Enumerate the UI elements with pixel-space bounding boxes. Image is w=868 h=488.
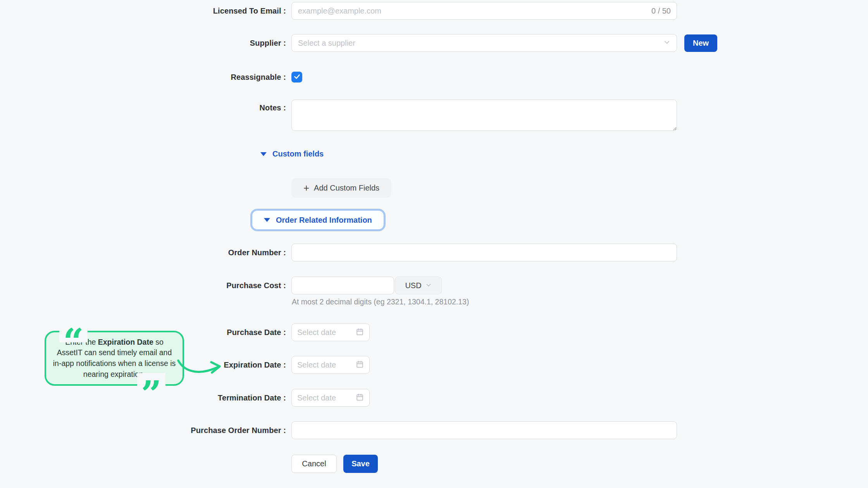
order-related-information-toggle[interactable]: Order Related Information [250, 209, 386, 231]
purchase-cost-input[interactable] [291, 277, 394, 294]
purchase-order-number-label: Purchase Order Number : [0, 426, 286, 435]
supplier-label: Supplier : [0, 39, 286, 48]
purchase-order-number-row: Purchase Order Number : [0, 421, 868, 439]
checkmark-icon [293, 73, 301, 82]
currency-value: USD [405, 281, 421, 290]
cancel-button[interactable]: Cancel [291, 455, 337, 473]
termination-date-placeholder: Select date [297, 393, 336, 402]
order-related-information-label: Order Related Information [276, 216, 372, 225]
closing-quote-icon: ” [137, 373, 165, 395]
purchase-cost-helper-text: At most 2 decimal digits (eg 2321, 1304.… [292, 297, 469, 306]
calendar-icon [356, 360, 364, 370]
plus-icon: + [303, 183, 309, 193]
reassignable-checkbox[interactable] [291, 72, 302, 82]
expiration-date-placeholder: Select date [297, 361, 336, 369]
supplier-select-placeholder: Select a supplier [298, 39, 355, 48]
notes-label: Notes : [0, 100, 286, 112]
order-number-row: Order Number : [0, 244, 868, 261]
chevron-down-icon [425, 281, 432, 290]
callout-arrow-icon [175, 351, 227, 378]
new-supplier-button[interactable]: New [684, 34, 717, 52]
add-custom-fields-button[interactable]: + Add Custom Fields [291, 178, 391, 198]
reassignable-label: Reassignable : [0, 73, 286, 82]
caret-down-icon [260, 152, 267, 156]
custom-fields-toggle-label: Custom fields [272, 149, 324, 158]
purchase-cost-row: Purchase Cost : USD [0, 277, 868, 294]
order-number-label: Order Number : [0, 248, 286, 257]
save-button[interactable]: Save [343, 455, 378, 473]
order-number-input[interactable] [291, 244, 677, 261]
purchase-cost-label: Purchase Cost : [0, 281, 286, 290]
custom-fields-toggle[interactable]: Custom fields [260, 149, 324, 158]
notes-row: Notes : [0, 100, 868, 131]
currency-select[interactable]: USD [395, 277, 442, 294]
reassignable-row: Reassignable : [0, 68, 868, 86]
chevron-down-icon [663, 39, 670, 47]
expiration-date-picker[interactable]: Select date [291, 356, 370, 374]
add-custom-fields-label: Add Custom Fields [314, 184, 379, 192]
purchase-date-picker[interactable]: Select date [291, 323, 370, 341]
form-actions: Cancel Save [291, 455, 378, 473]
purchase-date-placeholder: Select date [297, 328, 336, 337]
license-form-page: Licensed To Email : 0 / 50 Supplier : Se… [0, 0, 868, 488]
char-counter: 0 / 50 [651, 7, 671, 15]
calendar-icon [356, 393, 364, 403]
expiration-tip-callout: “ Enter the Expiration Date so AssetIT c… [45, 331, 184, 386]
licensed-to-email-label: Licensed To Email : [0, 7, 286, 15]
notes-textarea[interactable] [291, 100, 677, 131]
purchase-order-number-input[interactable] [291, 421, 677, 439]
termination-date-picker[interactable]: Select date [291, 389, 370, 407]
calendar-icon [356, 328, 364, 337]
termination-date-row: Termination Date : Select date [0, 389, 868, 407]
supplier-row: Supplier : Select a supplier New [0, 34, 868, 52]
supplier-select[interactable]: Select a supplier [291, 34, 677, 52]
licensed-to-email-input[interactable] [291, 2, 677, 20]
opening-quote-icon: “ [59, 321, 88, 342]
caret-down-icon [264, 218, 270, 222]
licensed-to-email-row: Licensed To Email : 0 / 50 [0, 2, 868, 20]
